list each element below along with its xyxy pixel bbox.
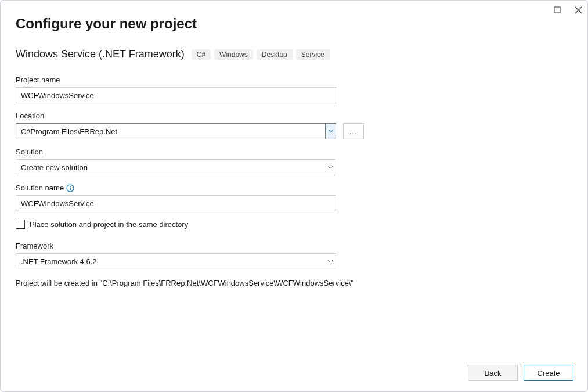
framework-label: Framework (16, 242, 572, 250)
create-button[interactable]: Create (524, 365, 573, 381)
solution-name-label-text: Solution name (16, 184, 64, 192)
svg-rect-0 (554, 7, 560, 13)
framework-group: Framework (16, 242, 572, 269)
dialog-footer: Back Create (468, 365, 573, 381)
template-header-row: Windows Service (.NET Framework) C# Wind… (16, 48, 572, 60)
same-directory-label: Place solution and project in the same d… (30, 220, 188, 229)
location-input[interactable] (16, 124, 325, 139)
close-button[interactable] (573, 5, 583, 15)
tag: C# (192, 49, 211, 60)
tag: Windows (214, 49, 253, 60)
window-controls (553, 5, 583, 15)
framework-input[interactable] (16, 254, 325, 269)
solution-dropdown-button[interactable] (325, 160, 336, 175)
template-name: Windows Service (.NET Framework) (16, 48, 185, 60)
dialog-content: Configure your new project Windows Servi… (1, 1, 587, 287)
location-group: Location ... (16, 112, 572, 139)
project-name-group: Project name (16, 75, 572, 103)
project-name-label: Project name (16, 75, 572, 84)
chevron-down-icon (328, 166, 333, 169)
square-icon (554, 6, 561, 13)
same-directory-checkbox[interactable] (16, 220, 25, 229)
location-label: Location (16, 112, 572, 120)
template-tags: C# Windows Desktop Service (192, 49, 330, 60)
solution-name-label: Solution name (16, 184, 572, 192)
location-combo[interactable] (16, 123, 336, 139)
chevron-down-icon (329, 130, 333, 133)
tag: Service (296, 49, 330, 60)
tag: Desktop (257, 49, 293, 60)
location-dropdown-button[interactable] (325, 124, 336, 139)
location-row: ... (16, 123, 572, 139)
project-name-input[interactable] (16, 87, 336, 103)
svg-rect-5 (70, 187, 71, 190)
solution-group: Solution (16, 148, 572, 175)
framework-combo[interactable] (16, 253, 336, 269)
framework-dropdown-button[interactable] (325, 254, 336, 269)
page-title: Configure your new project (16, 16, 572, 32)
chevron-down-icon (328, 260, 333, 263)
solution-input[interactable] (16, 160, 325, 175)
svg-point-4 (70, 186, 71, 187)
browse-button[interactable]: ... (343, 123, 364, 139)
solution-name-group: Solution name (16, 184, 572, 211)
solution-combo[interactable] (16, 159, 336, 175)
info-icon[interactable] (66, 184, 74, 192)
same-directory-row: Place solution and project in the same d… (16, 220, 572, 229)
maximize-button[interactable] (553, 5, 562, 15)
back-button[interactable]: Back (468, 365, 518, 381)
solution-label: Solution (16, 148, 572, 156)
solution-name-input[interactable] (16, 195, 336, 211)
project-path-info: Project will be created in "C:\Program F… (16, 279, 572, 287)
close-icon (575, 6, 582, 14)
